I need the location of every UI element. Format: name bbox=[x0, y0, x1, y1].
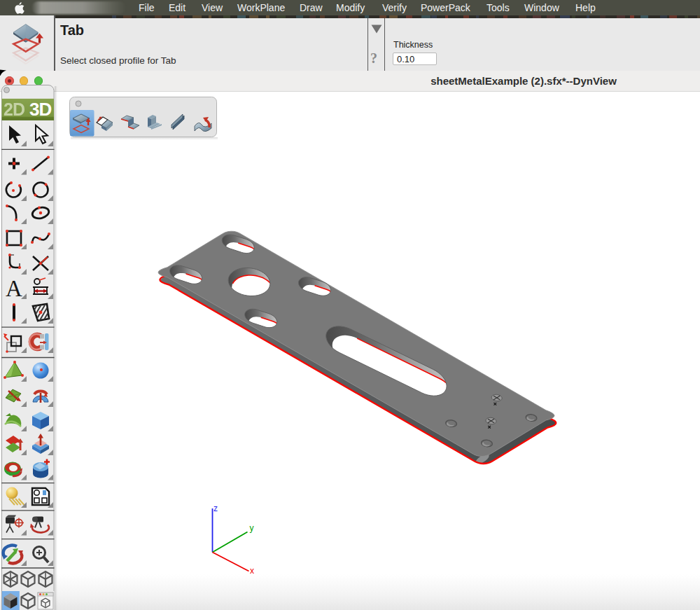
svg-text:y: y bbox=[250, 523, 254, 533]
svg-text:2D: 2D bbox=[4, 99, 24, 119]
svg-text:z: z bbox=[214, 504, 218, 513]
svg-text:x: x bbox=[250, 566, 254, 576]
svg-text:3D: 3D bbox=[29, 99, 51, 120]
svg-text:A: A bbox=[6, 276, 22, 301]
